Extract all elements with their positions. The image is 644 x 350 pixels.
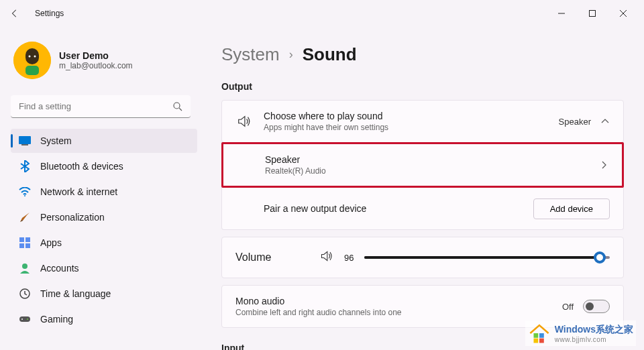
clock-icon [19, 288, 31, 300]
sidebar-item-label: System [40, 135, 72, 146]
speaker-row-highlight: Speaker Realtek(R) Audio [221, 142, 624, 188]
add-device-button[interactable]: Add device [533, 198, 610, 219]
user-email: m_lab@outlook.com [59, 61, 133, 70]
sidebar-item-bluetooth[interactable]: Bluetooth & devices [11, 154, 197, 178]
user-name: User Demo [59, 50, 133, 61]
chevron-right-icon: › [289, 48, 293, 62]
sidebar-item-time[interactable]: Time & language [11, 282, 197, 306]
choose-output-title: Choose where to play sound [264, 111, 548, 121]
svg-point-16 [21, 318, 23, 320]
svg-rect-2 [25, 66, 39, 75]
svg-rect-21 [539, 339, 544, 343]
breadcrumb-parent[interactable]: System [221, 44, 280, 65]
pair-device-title: Pair a new output device [264, 203, 523, 214]
gaming-icon [19, 313, 31, 325]
svg-rect-0 [590, 11, 596, 17]
mono-state: Off [562, 302, 574, 312]
sidebar-item-personalization[interactable]: Personalization [11, 205, 197, 229]
svg-point-17 [27, 318, 28, 320]
mono-title: Mono audio [235, 296, 551, 306]
search-input[interactable] [11, 95, 191, 118]
sidebar-item-label: Gaming [40, 314, 73, 325]
slider-thumb[interactable] [594, 251, 606, 264]
svg-rect-19 [539, 333, 544, 338]
speaker-title: Speaker [265, 154, 588, 165]
svg-rect-18 [533, 333, 538, 338]
svg-rect-7 [21, 144, 28, 145]
maximize-button[interactable] [577, 3, 608, 24]
speaker-device-row[interactable]: Speaker Realtek(R) Audio [223, 144, 622, 186]
volume-slider[interactable] [364, 256, 610, 259]
sidebar-item-network[interactable]: Network & internet [11, 180, 197, 204]
back-button[interactable] [5, 4, 24, 23]
svg-rect-12 [25, 243, 30, 248]
breadcrumb-current: Sound [303, 44, 357, 65]
sidebar-item-accounts[interactable]: Accounts [11, 256, 197, 280]
account-icon [19, 262, 31, 274]
sidebar-item-label: Bluetooth & devices [40, 161, 123, 172]
sidebar-item-gaming[interactable]: Gaming [11, 307, 197, 331]
system-icon [19, 135, 31, 147]
sidebar-item-label: Time & language [40, 288, 111, 299]
sidebar-item-label: Personalization [40, 212, 105, 223]
choose-output-subtitle: Apps might have their own settings [264, 123, 548, 132]
close-button[interactable] [608, 3, 639, 24]
output-heading: Output [221, 81, 624, 92]
main-content: System › Sound Output Choose where to pl… [201, 27, 644, 350]
titlebar: Settings [0, 0, 644, 27]
svg-rect-10 [25, 237, 30, 242]
volume-title: Volume [235, 251, 309, 264]
watermark-suffix: 系统之家 [596, 324, 633, 335]
volume-icon[interactable] [320, 249, 333, 266]
sidebar-item-label: Apps [40, 237, 62, 248]
bluetooth-icon [19, 160, 31, 172]
user-block[interactable]: User Demo m_lab@outlook.com [11, 34, 201, 93]
nav-list: System Bluetooth & devices Network & int… [11, 129, 201, 331]
volume-value: 96 [344, 253, 354, 263]
chevron-right-icon [599, 160, 608, 170]
house-icon [528, 322, 551, 345]
svg-rect-20 [533, 339, 538, 343]
sidebar-item-system[interactable]: System [11, 129, 197, 153]
speaker-subtitle: Realtek(R) Audio [265, 166, 588, 176]
svg-point-3 [29, 56, 31, 58]
svg-rect-6 [19, 136, 31, 144]
breadcrumb: System › Sound [221, 44, 624, 65]
avatar [13, 42, 51, 79]
speaker-wave-icon [235, 114, 253, 129]
svg-point-8 [24, 195, 25, 196]
svg-point-4 [34, 56, 36, 58]
pair-device-card: Pair a new output device Add device [221, 188, 624, 230]
svg-rect-11 [19, 243, 24, 248]
volume-card: Volume 96 [221, 237, 624, 278]
svg-point-5 [174, 103, 180, 109]
chevron-up-icon [600, 117, 610, 126]
svg-point-13 [22, 264, 28, 269]
watermark: Windows系统之家 www.bjjmlv.com [525, 320, 636, 346]
svg-rect-9 [19, 237, 24, 242]
sidebar-item-label: Network & internet [40, 186, 117, 197]
watermark-url: www.bjjmlv.com [555, 336, 633, 343]
choose-output-row[interactable]: Choose where to play sound Apps might ha… [222, 101, 623, 142]
volume-row: Volume 96 [222, 237, 623, 278]
pair-device-row: Pair a new output device Add device [222, 188, 623, 229]
apps-icon [19, 237, 31, 249]
minimize-button[interactable] [546, 3, 577, 24]
watermark-brand: Windows [555, 324, 596, 335]
mono-toggle[interactable] [583, 300, 610, 313]
choose-output-value: Speaker [559, 117, 591, 127]
mono-subtitle: Combine left and right audio channels in… [235, 308, 551, 317]
brush-icon [19, 211, 31, 223]
search-icon [172, 101, 184, 113]
output-device-card: Choose where to play sound Apps might ha… [221, 100, 624, 143]
wifi-icon [19, 186, 31, 198]
window-title: Settings [35, 9, 64, 18]
sidebar-item-label: Accounts [40, 263, 79, 274]
sidebar-item-apps[interactable]: Apps [11, 231, 197, 255]
sidebar: User Demo m_lab@outlook.com System Bluet… [0, 27, 201, 350]
svg-rect-15 [19, 316, 30, 322]
